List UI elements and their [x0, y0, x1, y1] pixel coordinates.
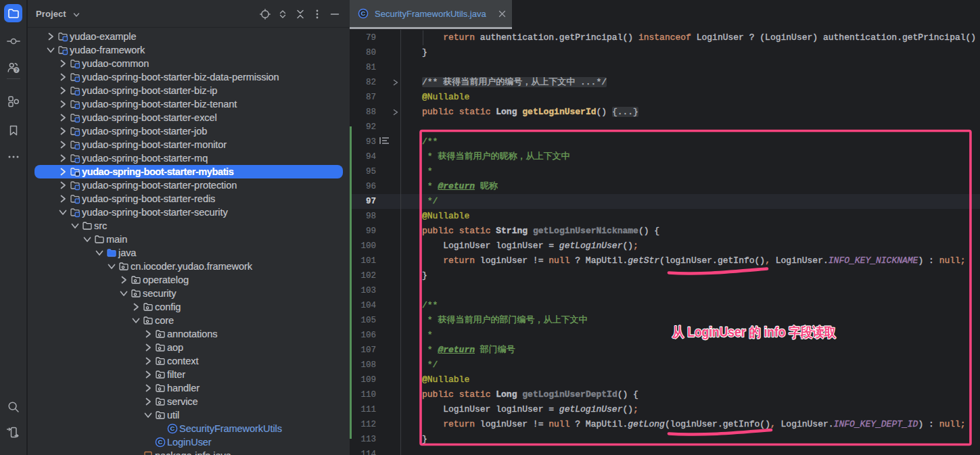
- svg-text:从 LoginUser 的 info 字段读取: 从 LoginUser 的 info 字段读取: [672, 325, 836, 339]
